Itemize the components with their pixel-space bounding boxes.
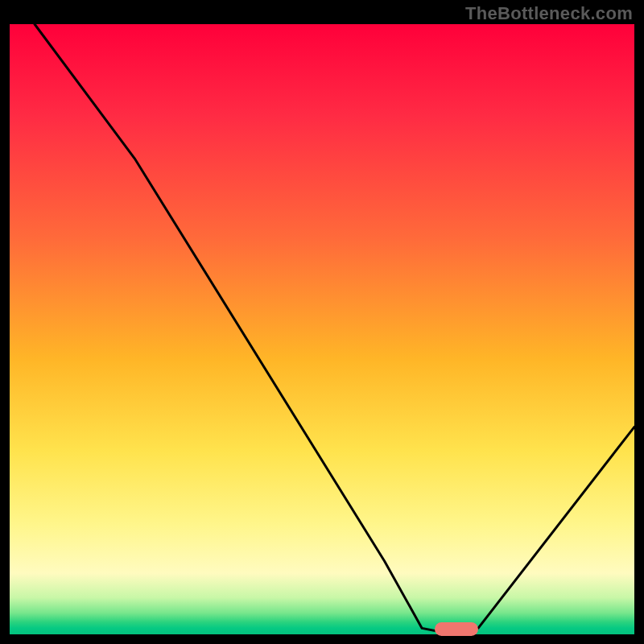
chart-container: TheBottleneck.com <box>0 0 644 644</box>
plot-area <box>10 24 634 634</box>
optimum-marker <box>435 622 478 636</box>
line-series <box>10 24 634 634</box>
watermark-text: TheBottleneck.com <box>465 3 633 24</box>
